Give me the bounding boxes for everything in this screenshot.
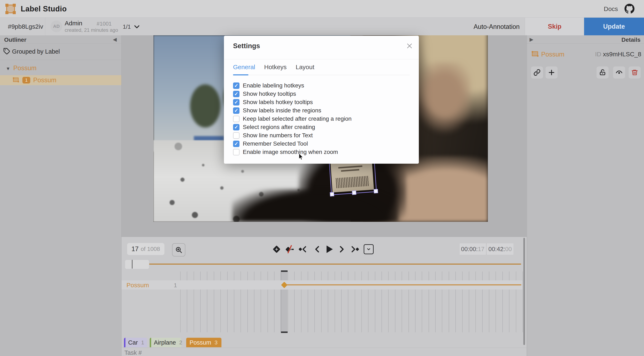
checkbox[interactable]: [233, 82, 240, 89]
delete-region-trash-icon[interactable]: [629, 66, 641, 79]
label-chip-airplane[interactable]: Airplane 2: [150, 338, 181, 347]
divider: [233, 75, 410, 75]
divider: [45, 18, 46, 35]
tab-general[interactable]: General: [233, 64, 255, 71]
hide-region-eye-button[interactable]: [613, 66, 625, 79]
next-frame-icon[interactable]: [336, 243, 348, 255]
chevron-down-icon[interactable]: [133, 23, 141, 31]
checkbox[interactable]: [233, 116, 240, 122]
seek-track[interactable]: [133, 264, 521, 265]
option-enable-labeling-hotkeys[interactable]: Enable labeling hotkeys: [233, 81, 304, 90]
lock-region-button[interactable]: [596, 66, 608, 79]
grouping-label: Grouped by Label: [12, 48, 60, 55]
add-keyframe-icon[interactable]: +: [271, 243, 282, 255]
frame-counter[interactable]: 17 of 1008: [127, 243, 164, 255]
checkbox[interactable]: [233, 107, 240, 114]
timeline-zoom-button[interactable]: [172, 243, 185, 257]
interpolation-toggle-icon[interactable]: [363, 243, 374, 255]
label-studio-app: Label Studio Docs #9pb8Lgs2iv AD Admin #…: [0, 0, 644, 356]
checkbox[interactable]: [233, 91, 240, 97]
tab-hotkeys[interactable]: Hotkeys: [264, 64, 286, 71]
next-keyframe-icon[interactable]: [349, 243, 361, 255]
skip-button[interactable]: Skip: [525, 18, 584, 35]
playhead-top-tick[interactable]: [281, 270, 288, 272]
option-keep-label-selected[interactable]: Keep label selected after creating a reg…: [233, 115, 352, 123]
label-chip-possum[interactable]: Possum 3: [186, 338, 222, 347]
details-title: Details: [622, 37, 640, 43]
option-remember-selected-tool[interactable]: Remember Selected Tool: [233, 140, 308, 148]
add-relation-button[interactable]: [546, 66, 558, 79]
link-region-button[interactable]: [531, 66, 543, 79]
details-panel: ▶ Details Possum IDxs9mHLSC_8: [527, 35, 644, 356]
outliner-panel: Outliner ◀ Grouped by Label ▼ Possum 1 P…: [0, 35, 122, 356]
update-button[interactable]: Update: [584, 18, 644, 35]
resize-handle[interactable]: [352, 191, 356, 195]
option-enable-image-smoothing[interactable]: Enable image smoothing when zoom: [233, 148, 338, 156]
playhead-marker: [132, 260, 132, 269]
divider: [224, 59, 419, 59]
collapse-panel-icon[interactable]: ◀: [113, 37, 117, 42]
caret-down-icon[interactable]: ▼: [6, 66, 10, 71]
checkbox[interactable]: [233, 149, 240, 155]
checkbox[interactable]: [233, 132, 240, 139]
option-show-hotkey-tooltips[interactable]: Show hotkey tooltips: [233, 90, 296, 98]
resize-handle[interactable]: [374, 189, 378, 193]
docs-link[interactable]: Docs: [604, 6, 618, 13]
outliner-title: Outliner: [4, 37, 26, 43]
label-studio-logo-icon: [6, 4, 16, 15]
region-id: IDxs9mHLSC_8: [595, 51, 641, 58]
app-header: Label Studio Docs: [0, 0, 644, 18]
label-group-name: Possum: [13, 64, 36, 72]
auto-annotation-label: Auto-Annotation: [474, 23, 520, 31]
close-icon[interactable]: [406, 42, 414, 50]
region-list-item[interactable]: 1 Possum: [0, 75, 121, 85]
keyframe-span-line: [286, 284, 521, 285]
option-show-line-numbers[interactable]: Show line numbers for Text: [233, 131, 313, 140]
annotator-name: Admin: [65, 20, 82, 27]
track-label: Possum: [126, 282, 149, 289]
label-group-row[interactable]: ▼ Possum: [0, 62, 121, 75]
total-time-display: 00:42:00: [486, 243, 514, 255]
current-frame: 17: [132, 245, 138, 253]
option-select-regions-after-creating[interactable]: Select regions after creating: [233, 123, 315, 131]
track-region-count: 1: [174, 282, 177, 289]
outliner-header: Outliner ◀: [0, 35, 121, 44]
annotation-number: #1001: [96, 21, 112, 27]
task-footer-label: Task #: [124, 349, 142, 356]
option-show-labels-inside-regions[interactable]: Show labels inside the regions: [233, 106, 321, 115]
annotator-avatar[interactable]: AD: [50, 21, 62, 32]
tab-layout[interactable]: Layout: [296, 64, 314, 71]
selected-region-row: Possum IDxs9mHLSC_8: [527, 50, 644, 59]
playhead-bottom-tick[interactable]: [281, 331, 288, 333]
region-bbox-icon: [531, 50, 539, 58]
checkbox[interactable]: [233, 124, 240, 130]
current-time-display: 00:00:17: [459, 243, 486, 255]
grouping-selector[interactable]: Grouped by Label: [0, 44, 121, 60]
tag-icon: [3, 48, 10, 56]
github-icon[interactable]: [624, 4, 634, 14]
checkbox[interactable]: [233, 141, 240, 147]
timeline-scrollbar[interactable]: [523, 238, 525, 345]
divider: [122, 348, 527, 348]
video-possum-fur: [232, 189, 398, 222]
resize-handle[interactable]: [330, 192, 334, 197]
option-show-labels-hotkey-tooltips[interactable]: Show labels hotkey tooltips: [233, 98, 313, 106]
region-index-badge: 1: [22, 77, 30, 84]
label-color-bar: [124, 338, 126, 347]
checkbox[interactable]: [233, 99, 240, 105]
active-tab-underline: [233, 74, 248, 75]
previous-frame-icon[interactable]: [311, 243, 322, 255]
expand-panel-icon[interactable]: ▶: [530, 37, 533, 42]
label-chip-car[interactable]: Car 1: [124, 338, 147, 347]
video-face: [412, 62, 471, 135]
remove-keyframe-icon[interactable]: [284, 243, 295, 255]
previous-keyframe-icon[interactable]: [297, 243, 308, 255]
seek-handle[interactable]: [125, 260, 149, 269]
settings-title: Settings: [233, 42, 260, 50]
region-name: Possum: [541, 51, 564, 58]
details-header: ▶ Details: [527, 35, 644, 44]
app-title: Label Studio: [21, 5, 67, 13]
play-button[interactable]: [324, 243, 336, 255]
region-name: Possum: [33, 76, 56, 84]
annotation-created: created, 21 minutes ago: [65, 27, 118, 33]
